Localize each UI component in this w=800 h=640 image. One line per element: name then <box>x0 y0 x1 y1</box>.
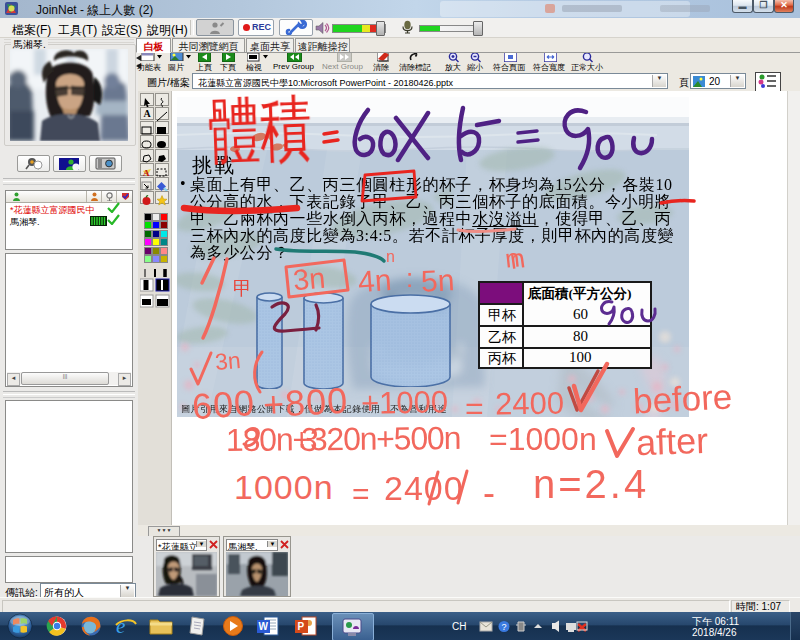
svg-text:P: P <box>298 621 305 632</box>
svg-text:?: ? <box>502 622 507 632</box>
svg-text:e: e <box>116 615 125 637</box>
svg-text:W: W <box>259 621 269 632</box>
